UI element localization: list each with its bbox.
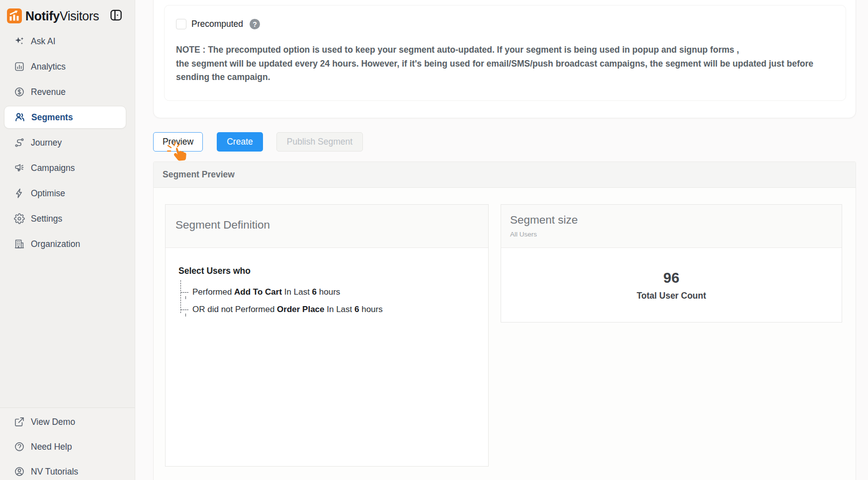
users-icon xyxy=(14,112,25,123)
lightning-icon xyxy=(14,188,25,199)
help-circle-icon xyxy=(14,441,25,452)
sidebar-item-revenue[interactable]: Revenue xyxy=(4,82,126,102)
sidebar-item-label: Analytics xyxy=(31,62,66,72)
segment-preview-header: Segment Preview xyxy=(154,162,856,188)
segment-size-title: Segment size xyxy=(510,214,578,227)
segment-size-subtitle: All Users xyxy=(510,231,537,238)
sidebar-item-segments[interactable]: Segments xyxy=(4,106,126,129)
brand-bold: Notify xyxy=(25,9,60,23)
sidebar-item-settings[interactable]: Settings xyxy=(4,209,126,229)
condition-row: Performed Add To Cart In Last 6 hours xyxy=(180,283,475,301)
sidebar-item-ask-ai[interactable]: Ask AI xyxy=(4,31,126,51)
precomputed-help-icon[interactable]: ? xyxy=(250,19,260,29)
precomputed-checkbox[interactable] xyxy=(176,19,186,29)
sidebar-item-campaigns[interactable]: Campaigns xyxy=(4,158,126,178)
precomputed-row: Precomputed ? xyxy=(176,18,260,30)
person-circle-icon xyxy=(14,466,25,477)
segment-definition-card: Segment Definition Select Users who Perf… xyxy=(165,204,489,467)
brand-light: Visitors xyxy=(60,9,99,23)
segment-preview-panel: Segment Preview Segment Definition Selec… xyxy=(153,161,856,480)
sidebar-item-label: Need Help xyxy=(31,442,72,452)
segment-size-header: Segment size All Users xyxy=(501,205,842,248)
total-user-count-value: 96 xyxy=(663,270,679,286)
segment-size-card: Segment size All Users 96 Total User Cou… xyxy=(501,204,842,322)
dollar-circle-icon xyxy=(14,86,25,97)
condition-row: OR did not Performed Order Place In Last… xyxy=(180,301,475,318)
precomputed-label: Precomputed xyxy=(191,19,243,29)
sidebar-item-nv-tutorials[interactable]: NV Tutorials xyxy=(4,462,126,480)
route-icon xyxy=(14,137,25,148)
segment-definition-title: Segment Definition xyxy=(175,219,270,232)
bar-chart-icon xyxy=(14,61,25,72)
sidebar-item-label: Settings xyxy=(31,214,62,224)
sidebar-item-organization[interactable]: Organization xyxy=(4,234,126,254)
sparkles-icon xyxy=(14,36,25,47)
condition-tree: Performed Add To Cart In Last 6 hours OR… xyxy=(180,283,475,318)
sidebar-item-label: Revenue xyxy=(31,87,66,97)
sidebar: NotifyVisitors Ask AI Analytics xyxy=(0,0,135,480)
precomputed-box: Precomputed ? NOTE : The precomputed opt… xyxy=(164,5,846,101)
sidebar-item-label: NV Tutorials xyxy=(31,467,78,477)
building-icon xyxy=(14,239,25,249)
segment-preview-title: Segment Preview xyxy=(163,169,235,180)
sidebar-nav: Ask AI Analytics Revenue xyxy=(0,31,135,259)
precomputed-note: NOTE : The precomputed option is used to… xyxy=(176,43,837,84)
note-line: the segment will be updated every 24 hou… xyxy=(176,57,837,71)
sidebar-item-label: Optimise xyxy=(31,188,65,199)
publish-segment-button[interactable]: Publish Segment xyxy=(276,132,363,152)
sidebar-item-view-demo[interactable]: View Demo xyxy=(4,412,126,432)
total-user-count-label: Total User Count xyxy=(637,291,706,301)
create-button[interactable]: Create xyxy=(217,132,263,152)
sidebar-item-label: View Demo xyxy=(31,417,75,427)
sidebar-item-label: Journey xyxy=(31,138,62,148)
segment-size-body: 96 Total User Count xyxy=(501,248,842,322)
megaphone-icon xyxy=(14,162,25,173)
tree-stub xyxy=(185,296,186,299)
sidebar-collapse-icon[interactable] xyxy=(109,8,123,22)
select-users-label: Select Users who xyxy=(178,266,475,276)
sidebar-item-label: Organization xyxy=(31,239,80,249)
gear-icon xyxy=(14,213,25,224)
segment-definition-header: Segment Definition xyxy=(166,205,488,248)
tree-stub xyxy=(185,314,186,317)
brand-logo-icon xyxy=(7,8,22,23)
precomputed-card: Precomputed ? NOTE : The precomputed opt… xyxy=(153,0,856,118)
sidebar-footer: View Demo Need Help NV Tutorials xyxy=(0,407,135,480)
condition-text: Performed Add To Cart In Last 6 hours xyxy=(192,287,340,297)
sidebar-item-analytics[interactable]: Analytics xyxy=(4,57,126,77)
preview-button[interactable]: Preview xyxy=(153,132,203,152)
sidebar-item-label: Segments xyxy=(31,112,73,123)
sidebar-item-label: Ask AI xyxy=(31,36,56,47)
note-line: NOTE : The precomputed option is used to… xyxy=(176,43,837,57)
sidebar-item-need-help[interactable]: Need Help xyxy=(4,437,126,457)
condition-text: OR did not Performed Order Place In Last… xyxy=(192,305,383,315)
sidebar-item-journey[interactable]: Journey xyxy=(4,133,126,153)
sidebar-item-label: Campaigns xyxy=(31,163,75,173)
sidebar-item-optimise[interactable]: Optimise xyxy=(4,183,126,203)
brand-title: NotifyVisitors xyxy=(25,9,99,23)
note-line: sending the campaign. xyxy=(176,71,837,84)
main-content: Precomputed ? NOTE : The precomputed opt… xyxy=(135,0,868,480)
segment-definition-body: Select Users who Performed Add To Cart I… xyxy=(166,248,488,318)
brand: NotifyVisitors xyxy=(7,7,99,25)
external-link-icon xyxy=(14,416,25,427)
